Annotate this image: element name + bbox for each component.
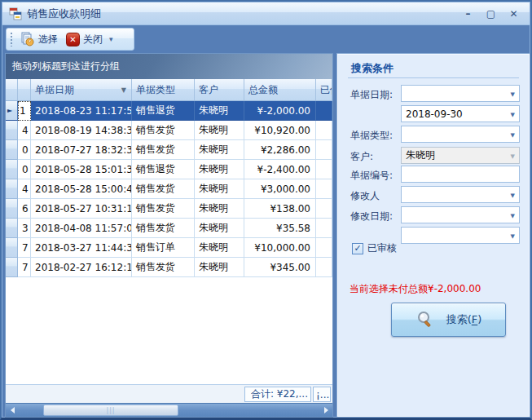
modify-date-to-dropdown[interactable]: ▼ bbox=[401, 227, 520, 244]
modifier-dropdown[interactable]: ▼ bbox=[401, 186, 520, 203]
close-button[interactable]: ✕ bbox=[506, 6, 521, 21]
cell-paid-amount[interactable] bbox=[316, 238, 332, 258]
table-row[interactable]: 32018-04-08 11:57:03销售发货朱晓明¥35.58 bbox=[6, 219, 332, 238]
row-indicator[interactable] bbox=[6, 219, 18, 238]
header-doc-type[interactable]: 单据类型 bbox=[132, 79, 195, 100]
cell-id[interactable]: 6 bbox=[18, 199, 31, 219]
cell-paid-amount[interactable] bbox=[316, 160, 332, 179]
sort-desc-icon[interactable]: ▼ bbox=[121, 86, 126, 94]
checkbox-checked-icon[interactable]: ✓ bbox=[352, 243, 363, 254]
cell-total-amount[interactable]: ¥2,286.00 bbox=[244, 140, 316, 160]
row-indicator[interactable] bbox=[6, 199, 18, 219]
doc-date-to-dropdown[interactable]: 2018-09-30 ▼ bbox=[401, 105, 520, 122]
row-indicator[interactable] bbox=[6, 160, 18, 179]
table-row[interactable]: 62018-05-27 10:31:12销售发货朱晓明¥138.00 bbox=[6, 199, 332, 219]
table-row[interactable]: 02018-07-27 18:32:38销售发货朱晓明¥2,286.00 bbox=[6, 140, 332, 160]
modify-date-from-dropdown[interactable]: ▼ bbox=[401, 206, 520, 223]
cell-doc-date[interactable]: 2018-05-28 15:00:45 bbox=[31, 179, 132, 199]
header-customer[interactable]: 客户 bbox=[195, 79, 244, 100]
row-indicator[interactable] bbox=[6, 140, 18, 160]
cell-id[interactable]: 7 bbox=[18, 258, 31, 277]
cell-id[interactable]: 3 bbox=[18, 219, 31, 238]
cell-customer[interactable]: 朱晓明 bbox=[195, 101, 244, 121]
cell-doc-type[interactable]: 销售订单 bbox=[132, 238, 195, 258]
cell-id[interactable]: 4 bbox=[18, 179, 31, 199]
audited-checkbox-row[interactable]: ✓ 已审核 bbox=[352, 241, 397, 255]
cell-total-amount[interactable]: ¥35.58 bbox=[244, 219, 316, 238]
row-indicator[interactable] bbox=[6, 121, 18, 140]
cell-doc-date[interactable]: 2018-08-19 14:38:31 bbox=[31, 121, 132, 140]
close-toolbar-button[interactable]: ✕ 关闭 bbox=[62, 31, 107, 48]
search-button[interactable]: 搜索(F) bbox=[391, 303, 506, 337]
cell-paid-amount[interactable] bbox=[316, 258, 332, 277]
cell-id[interactable]: 4 bbox=[18, 121, 31, 140]
cell-doc-type[interactable]: 销售发货 bbox=[132, 121, 195, 140]
row-indicator[interactable] bbox=[6, 238, 18, 258]
row-indicator[interactable]: ► bbox=[6, 101, 18, 121]
cell-id[interactable]: 0 bbox=[18, 160, 31, 179]
cell-doc-date[interactable]: 2018-04-08 11:57:03 bbox=[31, 219, 132, 238]
header-id[interactable] bbox=[18, 79, 31, 100]
cell-id[interactable]: 0 bbox=[18, 140, 31, 160]
scroll-left-arrow-icon[interactable] bbox=[6, 404, 19, 417]
doc-type-dropdown[interactable]: ▼ bbox=[401, 126, 520, 143]
toolbar-overflow-arrow-icon[interactable]: ▾ bbox=[107, 33, 116, 45]
table-row[interactable]: 72018-02-27 16:12:14销售发货朱晓明¥345.00 bbox=[6, 258, 332, 277]
cell-total-amount[interactable]: ¥3,000.00 bbox=[244, 179, 316, 199]
cell-id[interactable]: 1 bbox=[18, 101, 31, 121]
cell-customer[interactable]: 朱晓明 bbox=[195, 179, 244, 199]
table-row[interactable]: 02018-05-28 15:01:39销售退货朱晓明¥-2,400.00 bbox=[6, 160, 332, 179]
cell-customer[interactable]: 朱晓明 bbox=[195, 199, 244, 219]
table-row[interactable]: 42018-05-28 15:00:45销售发货朱晓明¥3,000.00 bbox=[6, 179, 332, 199]
cell-customer[interactable]: 朱晓明 bbox=[195, 140, 244, 160]
cell-customer[interactable]: 朱晓明 bbox=[195, 258, 244, 277]
table-row[interactable]: 42018-08-19 14:38:31销售发货朱晓明¥10,920.00 bbox=[6, 121, 332, 140]
cell-total-amount[interactable]: ¥138.00 bbox=[244, 199, 316, 219]
cell-doc-type[interactable]: 销售退货 bbox=[132, 101, 195, 121]
cell-customer[interactable]: 朱晓明 bbox=[195, 121, 244, 140]
header-doc-date[interactable]: 单据日期 ▼ bbox=[31, 79, 132, 100]
cell-customer[interactable]: 朱晓明 bbox=[195, 160, 244, 179]
doc-date-from-dropdown[interactable]: ▼ bbox=[401, 85, 520, 102]
cell-doc-type[interactable]: 销售退货 bbox=[132, 160, 195, 179]
cell-paid-amount[interactable] bbox=[316, 140, 332, 160]
cell-paid-amount[interactable] bbox=[316, 101, 332, 121]
doc-no-input[interactable] bbox=[401, 166, 520, 183]
cell-doc-type[interactable]: 销售发货 bbox=[132, 140, 195, 160]
cell-customer[interactable]: 朱晓明 bbox=[195, 219, 244, 238]
cell-total-amount[interactable]: ¥10,920.00 bbox=[244, 121, 316, 140]
cell-id[interactable]: 7 bbox=[18, 238, 31, 258]
cell-doc-date[interactable]: 2018-02-27 16:12:14 bbox=[31, 258, 132, 277]
cell-doc-date[interactable]: 2018-07-27 18:32:38 bbox=[31, 140, 132, 160]
cell-customer[interactable]: 朱晓明 bbox=[195, 238, 244, 258]
maximize-button[interactable]: ▢ bbox=[483, 6, 499, 21]
cell-total-amount[interactable]: ¥-2,400.00 bbox=[244, 160, 316, 179]
scroll-right-arrow-icon[interactable] bbox=[319, 404, 332, 417]
cell-doc-date[interactable]: 2018-03-27 11:44:36 bbox=[31, 238, 132, 258]
cell-total-amount[interactable]: ¥-2,000.00 bbox=[244, 101, 316, 121]
cell-doc-type[interactable]: 销售发货 bbox=[132, 258, 195, 277]
cell-paid-amount[interactable] bbox=[316, 199, 332, 219]
cell-doc-type[interactable]: 销售发货 bbox=[132, 179, 195, 199]
cell-doc-type[interactable]: 销售发货 bbox=[132, 199, 195, 219]
toolbar-grip-handle[interactable] bbox=[10, 32, 13, 46]
table-row[interactable]: 72018-03-27 11:44:36销售订单朱晓明¥10,000.00 bbox=[6, 238, 332, 258]
cell-doc-date[interactable]: 2018-05-28 15:01:39 bbox=[31, 160, 132, 179]
header-paid-amount[interactable]: 已付金额 bbox=[316, 79, 332, 100]
cell-total-amount[interactable]: ¥10,000.00 bbox=[244, 238, 316, 258]
cell-doc-date[interactable]: 2018-05-27 10:31:12 bbox=[31, 199, 132, 219]
select-button[interactable]: 选择 bbox=[16, 30, 62, 48]
group-by-panel[interactable]: 拖动列标题到这进行分组 bbox=[6, 54, 332, 79]
horizontal-scrollbar[interactable]: ||| bbox=[6, 403, 332, 417]
cell-paid-amount[interactable] bbox=[316, 179, 332, 199]
cell-doc-type[interactable]: 销售发货 bbox=[132, 219, 195, 238]
cell-total-amount[interactable]: ¥345.00 bbox=[244, 258, 316, 277]
scrollbar-thumb[interactable]: ||| bbox=[43, 405, 178, 416]
cell-paid-amount[interactable] bbox=[316, 219, 332, 238]
row-indicator[interactable] bbox=[6, 258, 18, 277]
row-indicator[interactable] bbox=[6, 179, 18, 199]
cell-doc-date[interactable]: 2018-08-23 11:17:52 bbox=[31, 101, 132, 121]
table-row[interactable]: ►12018-08-23 11:17:52销售退货朱晓明¥-2,000.00 bbox=[6, 101, 332, 121]
cell-paid-amount[interactable] bbox=[316, 121, 332, 140]
minimize-button[interactable]: – bbox=[460, 6, 476, 21]
